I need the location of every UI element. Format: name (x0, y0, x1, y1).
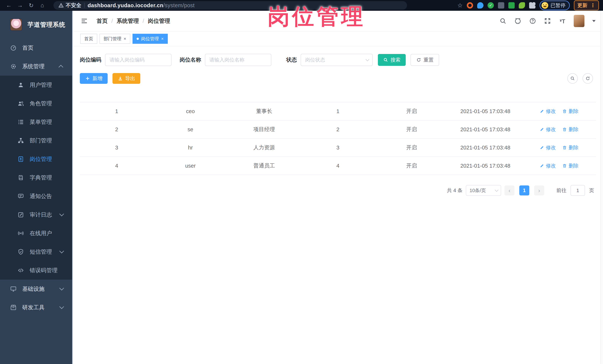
current-page[interactable]: 1 (519, 186, 529, 195)
address-bar[interactable]: 不安全 dashboard.yudao.iocoder.cn/system/po… (53, 1, 407, 10)
browser-home-icon[interactable]: ⌂ (37, 1, 47, 10)
pencil-icon (540, 109, 544, 114)
table-row-4: 4 user 普通员工 4 开启 2021-01-05 17:03:48 修改 (80, 157, 596, 175)
extensions-puzzle-icon[interactable] (529, 2, 535, 9)
pagination: 共 4 条 10条/页 ‹ 1 › 前往 页 (80, 185, 596, 196)
hamburger-icon[interactable] (80, 17, 88, 25)
table-header (80, 90, 596, 102)
font-size-icon[interactable] (559, 17, 566, 24)
sidebar-item-dev-tools[interactable]: 研发工具 (0, 298, 72, 317)
tab-home[interactable]: 首页 × (80, 34, 97, 44)
refresh-table-button[interactable] (583, 73, 593, 84)
browser-reload-icon[interactable]: ↻ (26, 1, 36, 10)
profile-paused-badge[interactable]: 已暂停 (540, 0, 570, 10)
bookmark-star-icon[interactable]: ☆ (457, 2, 463, 9)
prev-page-button[interactable]: ‹ (504, 186, 514, 195)
browser-update-button[interactable]: 更新 ⋮ (574, 0, 599, 10)
extension-card-icon[interactable] (508, 2, 515, 9)
sidebar-item-role-management[interactable]: 角色管理 (0, 94, 72, 113)
scrollbar[interactable] (600, 11, 603, 364)
search-icon[interactable] (499, 17, 507, 24)
tab-post[interactable]: 岗位管理 × (132, 34, 168, 44)
edit-link[interactable]: 修改 (540, 108, 556, 115)
trash-icon (562, 163, 567, 168)
avatar[interactable] (574, 15, 584, 27)
online-user-icon (17, 230, 24, 237)
extension-grid-icon[interactable] (498, 2, 504, 9)
cell-post-sort: 1 (301, 108, 375, 114)
sidebar-item-label: 通知公告 (30, 192, 52, 200)
sidebar-item-notice[interactable]: 通知公告 (0, 187, 72, 205)
sidebar-item-label: 岗位管理 (30, 155, 52, 163)
breadcrumb-item[interactable]: 系统管理 (116, 17, 139, 25)
github-icon[interactable] (514, 17, 521, 24)
tab-close-icon[interactable]: × (124, 36, 126, 41)
add-button[interactable]: 新增 (80, 73, 108, 84)
sidebar-item-dept-management[interactable]: 部门管理 (0, 131, 72, 150)
sidebar-item-label: 在线用户 (30, 230, 52, 237)
sidebar-item-user-management[interactable]: 用户管理 (0, 76, 72, 94)
reset-button[interactable]: 重置 (411, 54, 439, 66)
post-name-input[interactable] (205, 54, 271, 66)
post-code-input[interactable] (105, 54, 172, 66)
help-icon[interactable] (529, 17, 536, 24)
delete-link[interactable]: 删除 (562, 108, 579, 115)
magnifier-icon (383, 57, 388, 63)
fullscreen-icon[interactable] (544, 17, 551, 24)
sidebar-item-home[interactable]: 首页 (0, 39, 72, 57)
sidebar-item-system-management[interactable]: 系统管理 (0, 57, 72, 76)
delete-link[interactable]: 删除 (562, 162, 579, 169)
edit-link[interactable]: 修改 (540, 126, 556, 133)
not-secure-label[interactable]: 不安全 (58, 2, 81, 9)
status-select[interactable]: 岗位状态 (301, 54, 373, 66)
sidebar-item-audit-log[interactable]: 审计日志 (0, 205, 72, 224)
browser-forward-icon[interactable]: → (15, 1, 25, 10)
table-row-2: 2 se 项目经理 2 开启 2021-01-05 17:03:48 修改 (80, 121, 596, 139)
sidebar-item-label: 研发工具 (22, 304, 45, 311)
sidebar-item-sms-management[interactable]: 短信管理 (0, 243, 72, 261)
goto-page-input[interactable] (570, 185, 585, 196)
magnifier-icon (570, 76, 575, 81)
tab-close-icon[interactable]: × (161, 36, 164, 41)
breadcrumb-item[interactable]: 岗位管理 (148, 17, 170, 25)
page-url: dashboard.yudao.iocoder.cn/system/post (88, 2, 195, 9)
app-title: 芋道管理系统 (27, 21, 65, 29)
export-button[interactable]: 导出 (113, 73, 140, 84)
edit-link[interactable]: 修改 (540, 144, 556, 151)
sidebar-item-menu-management[interactable]: 菜单管理 (0, 113, 72, 131)
edit-link[interactable]: 修改 (540, 162, 556, 169)
browser-menu-kebab-icon[interactable]: ⋮ (590, 2, 595, 8)
extension-leaf-icon[interactable] (519, 2, 525, 9)
breadcrumb-item[interactable]: 首页 (96, 17, 108, 25)
tab-label: 岗位管理 (141, 36, 159, 42)
chevron-icon (59, 304, 64, 309)
sidebar-item-online-users[interactable]: 在线用户 (0, 224, 72, 243)
extension-drop-icon[interactable] (477, 2, 484, 9)
sidebar-item-dict-management[interactable]: 字典管理 (0, 168, 72, 187)
cell-post-status: 开启 (375, 108, 448, 115)
toggle-search-button[interactable] (567, 73, 578, 84)
caret-down-icon[interactable] (592, 20, 596, 22)
table-row-3: 3 hr 人力资源 3 开启 2021-01-05 17:03:48 修改 (80, 139, 596, 157)
toolbar: 新增 导出 (80, 73, 596, 84)
sidebar-item-infrastructure[interactable]: 基础设施 (0, 280, 72, 298)
sidebar-item-post-management[interactable]: 岗位管理 (0, 150, 72, 168)
extension-orange-icon[interactable] (467, 2, 473, 9)
page-size-select[interactable]: 10条/页 (466, 185, 501, 196)
delete-link[interactable]: 删除 (562, 126, 579, 133)
tab-dept[interactable]: 部门管理 × (99, 34, 130, 44)
cell-post-name: 项目经理 (227, 126, 301, 133)
next-page-button[interactable]: › (534, 186, 544, 195)
sidebar-item-label: 首页 (22, 44, 34, 52)
app-logo-row[interactable]: 芋道管理系统 (0, 11, 72, 39)
badge-icon (17, 156, 24, 162)
browser-back-icon[interactable]: ← (4, 1, 14, 10)
extension-check-icon[interactable]: ✓ (487, 2, 494, 9)
delete-link[interactable]: 删除 (562, 144, 579, 151)
search-button[interactable]: 搜索 (378, 54, 406, 66)
breadcrumb-separator: / (111, 18, 113, 24)
item-home: 首页 / (96, 17, 113, 25)
pencil-icon (540, 127, 544, 132)
cell-created-time: 2021-01-05 17:03:48 (448, 163, 522, 169)
sidebar-item-error-code[interactable]: 错误码管理 (0, 261, 72, 280)
